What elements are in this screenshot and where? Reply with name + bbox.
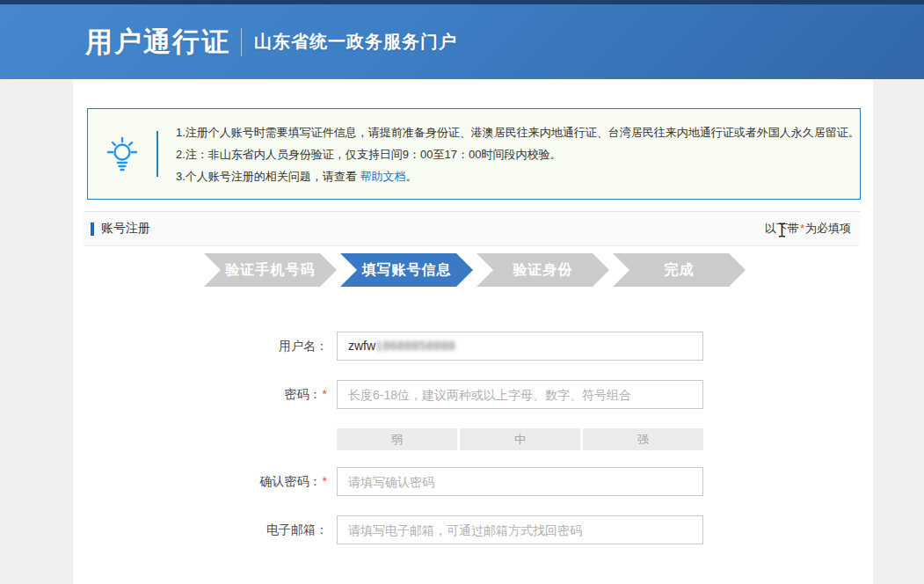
confirm-password-required-star: * — [323, 474, 327, 488]
password-input[interactable] — [337, 380, 703, 409]
portal-title: 山东省统一政务服务门户 — [254, 30, 457, 54]
notice-box: 1.注册个人账号时需要填写证件信息，请提前准备身份证、港澳居民往来内地通行证、台… — [87, 108, 861, 200]
password-label-text: 密码： — [285, 387, 322, 401]
step-label: 验证身份 — [513, 261, 573, 280]
content-panel: 1.注册个人账号时需要填写证件信息，请提前准备身份证、港澳居民往来内地通行证、台… — [73, 79, 873, 584]
username-label-text: 用户名： — [279, 339, 328, 353]
step-complete[interactable]: 完成 — [613, 253, 746, 287]
username-label: 用户名： — [152, 332, 328, 361]
step-verify-phone[interactable]: 验证手机号码 — [204, 253, 337, 287]
help-doc-link[interactable]: 帮助文档 — [360, 170, 405, 183]
notice-line-3-suffix: 。 — [405, 170, 417, 183]
lightbulb-icon — [88, 135, 156, 172]
section-marker — [91, 223, 94, 236]
step-label: 完成 — [665, 261, 695, 280]
confirm-password-label: 确认密码：* — [152, 467, 328, 496]
header: 用户通行证 山东省统一政务服务门户 — [0, 4, 924, 79]
strength-weak: 弱 — [337, 428, 457, 450]
confirm-password-label-text: 确认密码： — [260, 474, 322, 488]
section-title: 账号注册 — [101, 221, 150, 237]
strength-medium: 中 — [460, 428, 580, 450]
step-indicator: 验证手机号码 填写账号信息 验证身份 完成 — [204, 253, 746, 287]
username-value-redacted: 18688858888 — [375, 339, 455, 353]
required-note-suffix: 为必填项 — [805, 222, 851, 235]
strength-strong: 强 — [583, 428, 703, 450]
email-label: 电子邮箱： — [152, 515, 328, 544]
app-title: 用户通行证 — [85, 24, 230, 61]
section-header-row: 账号注册 以下带*为必填项 — [84, 211, 860, 246]
required-note-star: * — [800, 222, 804, 235]
step-label: 验证手机号码 — [226, 261, 316, 280]
notice-line-3-text: 3.个人账号注册的相关问题，请查看 — [176, 170, 360, 183]
email-input[interactable] — [337, 515, 703, 544]
step-fill-account-info[interactable]: 填写账号信息 — [340, 253, 473, 287]
confirm-password-input[interactable] — [337, 467, 703, 496]
username-value: zwfw — [348, 339, 375, 353]
notice-line-2: 2.注：非山东省内人员身份验证，仅支持日间9：00至17：00时间段内校验。 — [176, 143, 860, 165]
step-verify-identity[interactable]: 验证身份 — [477, 253, 609, 287]
email-label-text: 电子邮箱： — [266, 522, 328, 537]
notice-line-1: 1.注册个人账号时需要填写证件信息，请提前准备身份证、港澳居民往来内地通行证、台… — [176, 121, 860, 143]
header-divider — [241, 28, 242, 56]
username-input[interactable]: zwfw18688858888 — [337, 332, 703, 361]
password-label: 密码：* — [152, 380, 328, 409]
password-strength-meter: 弱 中 强 — [337, 428, 703, 450]
notice-line-3: 3.个人账号注册的相关问题，请查看 帮助文档。 — [176, 165, 860, 187]
password-required-star: * — [323, 387, 327, 401]
text-cursor-artifact — [777, 223, 787, 241]
step-label: 填写账号信息 — [362, 261, 452, 280]
